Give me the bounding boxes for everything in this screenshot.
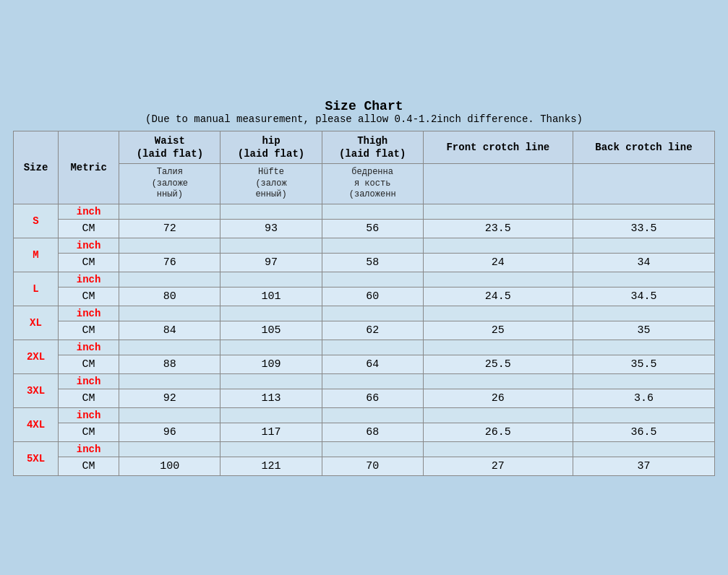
inch-value-0 [119, 442, 220, 457]
inch-value-0 [119, 340, 220, 355]
cm-value-2-xl: 62 [322, 321, 423, 340]
inch-label-4xl: inch [58, 408, 119, 423]
inch-value-3 [423, 408, 573, 423]
cm-label-m: CM [58, 254, 119, 272]
inch-value-2 [322, 306, 423, 321]
cm-value-2-s: 56 [322, 220, 423, 238]
inch-label-3xl: inch [58, 374, 119, 389]
inch-value-1 [220, 374, 322, 389]
inch-value-2 [322, 374, 423, 389]
inch-label-xl: inch [58, 306, 119, 321]
cm-label-2xl: CM [58, 355, 119, 374]
row-inch-5xl: 5XLinch [14, 442, 715, 457]
size-label-l: L [14, 272, 59, 306]
inch-value-4 [573, 238, 714, 254]
header-front-crotch: Front crotch line [423, 131, 573, 163]
inch-label-2xl: inch [58, 340, 119, 355]
inch-value-3 [423, 340, 573, 355]
header-row: Size Metric Waist(laid flat) hip(laid fl… [14, 131, 715, 163]
waist-translation: Талия(заложенный) [119, 164, 220, 204]
size-label-4xl: 4XL [14, 408, 59, 442]
cm-value-0-xl: 84 [119, 321, 220, 340]
size-label-5xl: 5XL [14, 442, 59, 476]
row-inch-3xl: 3XLinch [14, 374, 715, 389]
cm-value-0-4xl: 96 [119, 423, 220, 442]
cm-value-4-l: 34.5 [573, 288, 714, 306]
cm-value-0-5xl: 100 [119, 457, 220, 476]
cm-value-3-l: 24.5 [423, 288, 573, 306]
cm-value-4-s: 33.5 [573, 220, 714, 238]
row-cm-5xl: CM100121702737 [14, 457, 715, 476]
front-crotch-translation [423, 164, 573, 204]
inch-value-4 [573, 374, 714, 389]
inch-value-2 [322, 408, 423, 423]
inch-label-l: inch [58, 272, 119, 288]
cm-value-4-3xl: 3.6 [573, 389, 714, 408]
row-inch-xl: XLinch [14, 306, 715, 321]
inch-value-4 [573, 340, 714, 355]
inch-value-1 [220, 442, 322, 457]
row-inch-4xl: 4XLinch [14, 408, 715, 423]
cm-value-1-l: 101 [220, 288, 322, 306]
inch-label-m: inch [58, 238, 119, 254]
header-back-crotch: Back crotch line [573, 131, 714, 163]
cm-value-1-5xl: 121 [220, 457, 322, 476]
cm-value-1-xl: 105 [220, 321, 322, 340]
header-hip: hip(laid flat) [220, 131, 322, 163]
cm-value-2-l: 60 [322, 288, 423, 306]
size-label-2xl: 2XL [14, 340, 59, 374]
chart-title: Size Chart [13, 99, 715, 113]
cm-value-1-2xl: 109 [220, 355, 322, 374]
main-container: Size Chart (Due to manual measurement, p… [7, 93, 721, 482]
inch-value-3 [423, 306, 573, 321]
cm-value-0-3xl: 92 [119, 389, 220, 408]
inch-value-1 [220, 238, 322, 254]
hip-translation: Hüfte(заложенный) [220, 164, 322, 204]
inch-value-3 [423, 374, 573, 389]
inch-value-3 [423, 272, 573, 288]
cm-value-1-4xl: 117 [220, 423, 322, 442]
row-cm-l: CM801016024.534.5 [14, 288, 715, 306]
inch-value-2 [322, 442, 423, 457]
inch-value-0 [119, 204, 220, 220]
cm-value-3-5xl: 27 [423, 457, 573, 476]
cm-value-2-3xl: 66 [322, 389, 423, 408]
cm-label-5xl: CM [58, 457, 119, 476]
header-metric: Metric [58, 131, 119, 204]
cm-value-2-4xl: 68 [322, 423, 423, 442]
cm-value-3-4xl: 26.5 [423, 423, 573, 442]
inch-value-3 [423, 238, 573, 254]
inch-value-1 [220, 340, 322, 355]
cm-value-4-xl: 35 [573, 321, 714, 340]
translation-row: Талия(заложенный) Hüfte(заложенный) бедр… [14, 164, 715, 204]
cm-label-l: CM [58, 288, 119, 306]
cm-value-2-5xl: 70 [322, 457, 423, 476]
row-cm-m: CM7697582434 [14, 254, 715, 272]
cm-value-4-2xl: 35.5 [573, 355, 714, 374]
header-thigh: Thigh(laid flat) [322, 131, 423, 163]
inch-value-2 [322, 272, 423, 288]
row-inch-2xl: 2XLinch [14, 340, 715, 355]
size-label-xl: XL [14, 306, 59, 340]
inch-value-2 [322, 340, 423, 355]
row-inch-m: Minch [14, 238, 715, 254]
inch-value-2 [322, 204, 423, 220]
inch-value-1 [220, 272, 322, 288]
inch-value-4 [573, 408, 714, 423]
cm-value-0-l: 80 [119, 288, 220, 306]
cm-value-0-2xl: 88 [119, 355, 220, 374]
inch-value-0 [119, 306, 220, 321]
cm-value-0-m: 76 [119, 254, 220, 272]
row-cm-4xl: CM961176826.536.5 [14, 423, 715, 442]
inch-label-s: inch [58, 204, 119, 220]
back-crotch-translation [573, 164, 714, 204]
title-section: Size Chart (Due to manual measurement, p… [13, 99, 715, 125]
inch-value-0 [119, 272, 220, 288]
cm-value-3-3xl: 26 [423, 389, 573, 408]
cm-value-2-2xl: 64 [322, 355, 423, 374]
cm-label-s: CM [58, 220, 119, 238]
cm-value-1-s: 93 [220, 220, 322, 238]
size-label-3xl: 3XL [14, 374, 59, 408]
cm-value-4-m: 34 [573, 254, 714, 272]
inch-value-4 [573, 306, 714, 321]
